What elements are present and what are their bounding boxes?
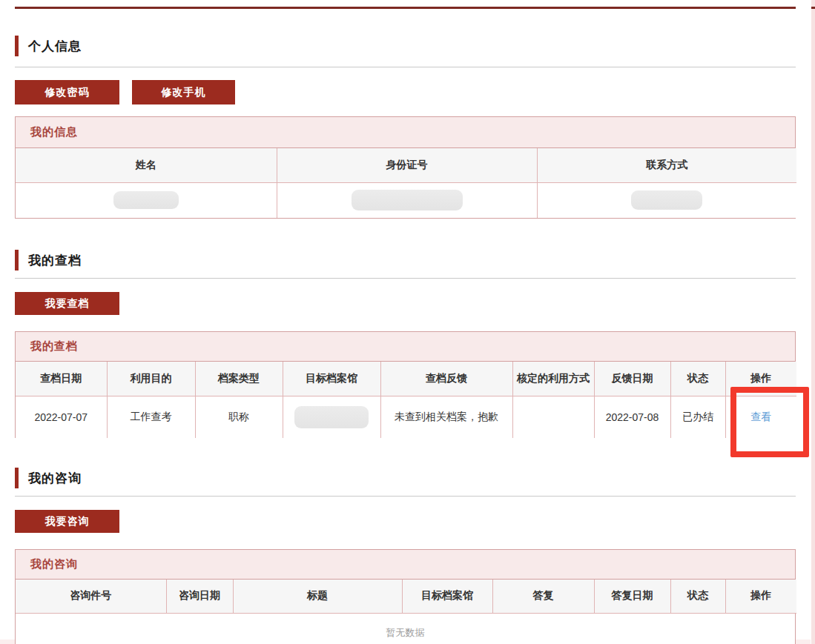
redacted-name-value xyxy=(113,191,179,209)
col-action: 操作 xyxy=(725,580,796,613)
request-consultation-button[interactable]: 我要咨询 xyxy=(15,510,119,533)
section-title-text: 个人信息 xyxy=(28,38,82,55)
my-info-panel-title: 我的信息 xyxy=(16,117,795,148)
top-accent-rule xyxy=(15,7,796,9)
col-status: 状态 xyxy=(670,580,725,613)
cell-archive-type: 职称 xyxy=(195,396,283,438)
section-accent-bar xyxy=(15,36,19,56)
cell-feedback: 未查到相关档案，抱歉 xyxy=(380,396,512,438)
archive-search-panel-title: 我的查档 xyxy=(16,332,795,362)
section-archive-search: 我的查档 xyxy=(15,249,82,271)
col-feedback-date: 反馈日期 xyxy=(594,362,670,396)
section-title-text: 我的咨询 xyxy=(28,470,82,487)
section-divider xyxy=(15,496,796,497)
col-approved-method: 核定的利用方式 xyxy=(512,362,594,396)
request-archive-search-button[interactable]: 我要查档 xyxy=(15,292,119,315)
change-password-button[interactable]: 修改密码 xyxy=(15,80,119,104)
col-search-date: 查档日期 xyxy=(16,362,107,396)
cell-feedback-date: 2022-07-08 xyxy=(594,396,670,438)
col-target-archive: 目标档案馆 xyxy=(402,580,492,613)
consultation-table: 咨询件号 咨询日期 标题 目标档案馆 答复 答复日期 状态 操作 xyxy=(16,580,796,614)
col-status: 状态 xyxy=(670,362,725,396)
archive-search-panel: 我的查档 查档日期 利用目的 档案类型 目标档案馆 查档反馈 核定的利用方式 反… xyxy=(15,331,796,438)
section-accent-bar xyxy=(15,250,19,270)
my-info-panel: 我的信息 姓名 身份证号 联系方式 xyxy=(15,116,796,219)
section-title-text: 我的查档 xyxy=(28,252,82,269)
right-edge-strip xyxy=(811,0,815,644)
col-name: 姓名 xyxy=(16,148,277,182)
col-consult-number: 咨询件号 xyxy=(16,580,166,613)
redacted-target-archive-value xyxy=(294,406,369,428)
change-phone-button[interactable]: 修改手机 xyxy=(132,80,235,104)
section-consultation: 我的咨询 xyxy=(15,467,82,489)
redacted-id-value xyxy=(352,190,463,210)
no-data-text: 暂无数据 xyxy=(16,614,795,640)
my-info-table: 姓名 身份证号 联系方式 xyxy=(16,148,796,218)
cell-search-date: 2022-07-07 xyxy=(16,396,107,438)
my-info-row xyxy=(16,182,796,218)
section-divider xyxy=(15,67,796,67)
col-reply: 答复 xyxy=(492,580,594,613)
col-feedback: 查档反馈 xyxy=(380,362,512,396)
col-purpose: 利用目的 xyxy=(107,362,195,396)
archive-search-table: 查档日期 利用目的 档案类型 目标档案馆 查档反馈 核定的利用方式 反馈日期 状… xyxy=(16,362,796,438)
consultation-panel-title: 我的咨询 xyxy=(16,550,795,580)
section-accent-bar xyxy=(15,468,19,488)
consultation-panel: 我的咨询 咨询件号 咨询日期 标题 目标档案馆 答复 答复日期 状态 操作 暂无… xyxy=(15,549,796,644)
cell-approved-method xyxy=(512,396,594,438)
redacted-contact-value xyxy=(631,190,702,210)
col-reply-date: 答复日期 xyxy=(594,580,670,613)
cell-status: 已办结 xyxy=(670,396,725,438)
section-personal-info: 个人信息 xyxy=(15,35,82,57)
section-divider xyxy=(15,278,796,279)
red-highlight-annotation xyxy=(730,387,809,457)
col-archive-type: 档案类型 xyxy=(195,362,283,396)
col-consult-date: 咨询日期 xyxy=(166,580,233,613)
col-title: 标题 xyxy=(233,580,402,613)
cell-purpose: 工作查考 xyxy=(107,396,195,438)
col-target-archive: 目标档案馆 xyxy=(283,362,380,396)
archive-search-row: 2022-07-07 工作查考 职称 未查到相关档案，抱歉 2022-07-08… xyxy=(16,396,796,438)
col-contact: 联系方式 xyxy=(537,148,796,182)
right-edge-accent xyxy=(811,7,815,9)
col-id-number: 身份证号 xyxy=(277,148,537,182)
